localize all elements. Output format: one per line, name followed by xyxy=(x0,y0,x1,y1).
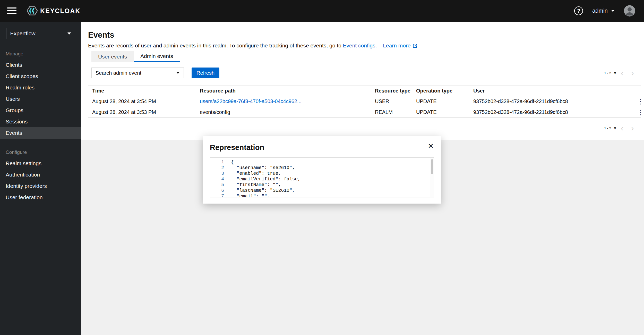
kebab-menu-icon[interactable]: ⋮ xyxy=(635,108,641,116)
sidebar-item-events[interactable]: Events xyxy=(0,127,81,139)
keycloak-logo-icon xyxy=(27,6,38,15)
pagination-next-button[interactable]: › xyxy=(628,124,637,132)
line-number: 2 xyxy=(210,165,224,171)
sidebar-item-users[interactable]: Users xyxy=(0,93,81,105)
help-icon[interactable]: ? xyxy=(574,6,583,15)
cell-time: August 28, 2024 at 3:53 PM xyxy=(88,107,196,118)
user-menu[interactable]: admin xyxy=(592,7,615,14)
code-text: { xyxy=(224,159,234,165)
code-text: "emailVerified": false, xyxy=(224,176,300,182)
col-time[interactable]: Time xyxy=(88,86,196,96)
masthead: KEYCLOAK ? admin xyxy=(0,0,644,22)
representation-modal: Representation ✕ 1 { 2 "username": "se26… xyxy=(203,136,441,204)
caret-down-icon: ▾ xyxy=(614,126,616,130)
username: admin xyxy=(592,7,608,14)
realm-selector[interactable]: Expertflow xyxy=(6,28,75,39)
pagination-range-toggle[interactable]: 1 - 2 ▾ xyxy=(604,126,616,130)
code-scrollbar[interactable] xyxy=(430,158,434,197)
code-line: 1 { xyxy=(210,159,434,165)
col-operation-type[interactable]: Operation type xyxy=(412,86,469,96)
refresh-button[interactable]: Refresh xyxy=(192,68,219,78)
code-line: 2 "username": "se2610", xyxy=(210,165,434,171)
tab-admin-events[interactable]: Admin events xyxy=(134,51,180,62)
event-configs-link[interactable]: Event configs. xyxy=(343,43,377,48)
cell-user: 93752b02-d328-472a-96df-2211d9cf6bc8 xyxy=(469,96,631,107)
code-line: 4 "emailVerified": false, xyxy=(210,176,434,182)
code-line: 3 "enabled": true, xyxy=(210,171,434,176)
cell-operation-type: UPDATE xyxy=(412,96,469,107)
code-text: "enabled": true, xyxy=(224,171,281,176)
sidebar-item-sessions[interactable]: Sessions xyxy=(0,116,81,127)
learn-more-text: Learn more xyxy=(383,42,410,49)
sidebar-item-user-federation[interactable]: User federation xyxy=(0,192,81,203)
sidebar-item-groups[interactable]: Groups xyxy=(0,105,81,116)
pagination-bottom: 1 - 2 ▾ ‹ › xyxy=(91,124,637,132)
close-icon[interactable]: ✕ xyxy=(428,143,434,150)
pagination-prev-button[interactable]: ‹ xyxy=(618,124,627,132)
page-description: Events are records of user and admin eve… xyxy=(88,42,644,49)
pagination-top: 1 - 2 ▾ ‹ › xyxy=(604,69,637,77)
page-title: Events xyxy=(88,30,644,40)
events-section: Events Events are records of user and ad… xyxy=(81,22,644,140)
search-select-label: Search admin event xyxy=(96,70,141,76)
line-number: 3 xyxy=(210,171,224,176)
resource-path-link[interactable]: users/a22bc99a-76f3-470f-a503-04c4c962..… xyxy=(200,98,302,104)
avatar[interactable] xyxy=(624,5,635,16)
table-row: August 28, 2024 at 3:53 PM events/config… xyxy=(88,107,641,118)
external-link-icon xyxy=(413,43,417,48)
menu-icon[interactable] xyxy=(7,7,16,14)
description-text: Events are records of user and admin eve… xyxy=(88,43,341,48)
pagination-range: 1 - 2 xyxy=(604,71,611,75)
sidebar-item-client-scopes[interactable]: Client scopes xyxy=(0,71,81,82)
pagination-range: 1 - 2 xyxy=(604,126,611,130)
keycloak-logo[interactable]: KEYCLOAK xyxy=(27,6,80,15)
code-line: 5 "firstName": "", xyxy=(210,182,434,188)
toolbar: Search admin event Refresh 1 - 2 ▾ ‹ › xyxy=(91,68,637,78)
brand-text: KEYCLOAK xyxy=(40,7,80,15)
col-resource-type[interactable]: Resource type xyxy=(371,86,412,96)
sidebar-item-realm-settings[interactable]: Realm settings xyxy=(0,158,81,169)
sidebar-item-realm-roles[interactable]: Realm roles xyxy=(0,82,81,93)
admin-events-table: Time Resource path Resource type Operati… xyxy=(88,86,641,118)
avatar-icon xyxy=(624,5,635,16)
realm-name: Expertflow xyxy=(10,30,36,37)
sidebar-item-authentication[interactable]: Authentication xyxy=(0,169,81,180)
pagination-range-toggle[interactable]: 1 - 2 ▾ xyxy=(604,71,616,75)
cell-resource-type: REALM xyxy=(371,107,412,118)
tab-user-events[interactable]: User events xyxy=(91,51,134,62)
code-text: "firstName": "", xyxy=(224,182,281,188)
sidebar: Expertflow Manage Clients Client scopes … xyxy=(0,22,81,335)
line-number: 7 xyxy=(210,193,224,197)
scrollbar-thumb[interactable] xyxy=(431,159,433,174)
code-line: 7 "email": "", xyxy=(210,193,434,197)
sidebar-item-identity-providers[interactable]: Identity providers xyxy=(0,180,81,192)
kebab-menu-icon[interactable]: ⋮ xyxy=(635,98,641,105)
pagination-prev-button[interactable]: ‹ xyxy=(618,69,627,77)
table-header-row: Time Resource path Resource type Operati… xyxy=(88,86,641,96)
cell-resource-type: USER xyxy=(371,96,412,107)
col-resource-path[interactable]: Resource path xyxy=(196,86,371,96)
caret-down-icon xyxy=(176,72,179,74)
cell-resource-path: users/a22bc99a-76f3-470f-a503-04c4c962..… xyxy=(196,96,371,107)
caret-down-icon xyxy=(67,32,71,35)
code-editor[interactable]: 1 { 2 "username": "se2610", 3 "enabled":… xyxy=(210,157,434,197)
nav-section-configure: Configure xyxy=(6,149,81,155)
cell-user: 93752b02-d328-472a-96df-2211d9cf6bc8 xyxy=(469,107,631,118)
code-text: "username": "se2610", xyxy=(224,165,295,171)
tabs: User events Admin events xyxy=(91,51,644,62)
modal-title: Representation xyxy=(210,143,264,152)
code-line: 6 "lastName": "SE2610", xyxy=(210,188,434,193)
table-row: August 28, 2024 at 3:54 PM users/a22bc99… xyxy=(88,96,641,107)
learn-more-link[interactable]: Learn more xyxy=(383,42,417,49)
col-user[interactable]: User xyxy=(469,86,631,96)
line-number: 6 xyxy=(210,188,224,193)
code-text: "lastName": "SE2610", xyxy=(224,188,295,193)
cell-resource-path: events/config xyxy=(196,107,371,118)
cell-operation-type: UPDATE xyxy=(412,107,469,118)
search-admin-event-select[interactable]: Search admin event xyxy=(91,68,184,78)
cell-time: August 28, 2024 at 3:54 PM xyxy=(88,96,196,107)
pagination-next-button[interactable]: › xyxy=(628,69,637,77)
caret-down-icon xyxy=(611,10,615,12)
nav-section-manage: Manage xyxy=(6,51,81,57)
sidebar-item-clients[interactable]: Clients xyxy=(0,59,81,71)
